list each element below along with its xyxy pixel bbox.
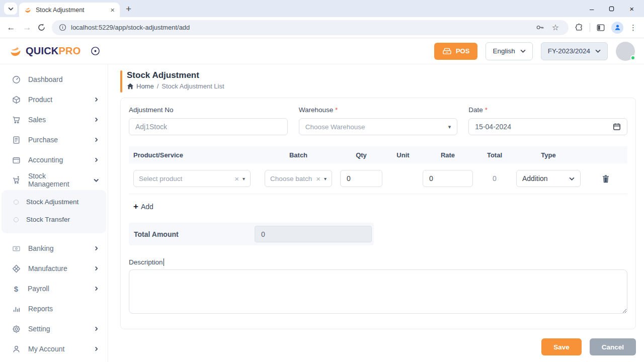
clear-icon[interactable]: × (316, 175, 320, 183)
clear-icon[interactable]: × (234, 175, 239, 183)
page-header: Stock Adjustment Home / Stock Adjustment… (120, 70, 636, 93)
date-label: Date * (468, 106, 627, 114)
adjustment-no-input[interactable] (129, 118, 288, 135)
chevron-down-icon (595, 49, 601, 53)
delete-trash-icon[interactable] (602, 174, 610, 183)
sidebar-item-stock-adjustment[interactable]: Stock Adjustment (2, 193, 106, 211)
password-key-icon[interactable] (535, 23, 545, 32)
brand-logo[interactable]: QUICKPRO (9, 44, 80, 58)
extensions-icon[interactable] (575, 23, 584, 32)
sidebar-item-product[interactable]: Product (0, 89, 108, 110)
text-caret (164, 258, 165, 266)
minimize-icon[interactable]: – (590, 5, 594, 13)
cancel-button[interactable]: Cancel (590, 338, 636, 355)
warehouse-select[interactable]: Choose Warehouse ▾ (299, 118, 458, 135)
chevron-right-icon (95, 98, 98, 102)
toolbar-divider (590, 23, 590, 32)
sidebar-item-payroll[interactable]: $ Payroll (0, 279, 108, 299)
reload-icon[interactable] (37, 23, 46, 32)
sidebar-item-banking[interactable]: Banking (0, 238, 108, 258)
description-field: Description (129, 258, 627, 316)
product-placeholder: Select product (139, 175, 182, 183)
sidebar-item-reports[interactable]: Reports (0, 299, 108, 319)
batch-placeholder: Choose batch (270, 175, 312, 183)
pos-button[interactable]: POS (434, 43, 477, 60)
type-select[interactable]: Addition (516, 170, 581, 187)
fiscal-year-select[interactable]: FY-2023/2024 (541, 42, 608, 60)
sidebar-item-my-account[interactable]: My Account (0, 339, 108, 359)
qty-input[interactable] (340, 170, 382, 187)
add-label: Add (141, 203, 153, 211)
total-amount-input (255, 226, 372, 242)
side-panel-icon[interactable] (596, 23, 605, 32)
breadcrumb-current: Stock Adjustment List (162, 82, 224, 90)
browser-tab[interactable]: Stock Adjustment × (19, 3, 120, 17)
home-icon (127, 83, 134, 89)
browser-tab-strip: Stock Adjustment × + – × (0, 0, 644, 17)
sidebar-item-purchase[interactable]: Purchase (0, 130, 108, 150)
sidebar-item-accounting[interactable]: Accounting (0, 150, 108, 170)
payroll-dollar-icon: $ (12, 285, 20, 293)
dropdown-arrow-icon: ▾ (243, 176, 245, 182)
sidebar-item-stock-transfer[interactable]: Stock Transfer (2, 211, 106, 228)
sidebar-item-dashboard[interactable]: Dashboard (0, 69, 108, 89)
browser-toolbar: ← → localhost:5229/app/stock-adjustment/… (0, 17, 644, 38)
calendar-icon[interactable] (613, 123, 621, 131)
date-field: Date * 15-04-2024 (468, 106, 627, 135)
total-amount-label: Total Amount (134, 230, 179, 238)
language-select[interactable]: English (486, 42, 532, 60)
sidebar-item-manufacture[interactable]: Manufacture (0, 258, 108, 279)
date-input[interactable]: 15-04-2024 (468, 118, 627, 135)
tab-close-icon[interactable]: × (110, 6, 115, 14)
browser-menu-icon[interactable]: ⋮ (629, 23, 637, 32)
page-title: Stock Adjustment (127, 70, 224, 80)
dropdown-arrow-icon: ▾ (324, 176, 327, 182)
sidebar-item-setting[interactable]: Setting (0, 319, 108, 339)
new-tab-button[interactable]: + (126, 4, 131, 14)
add-item-button[interactable]: + Add (129, 202, 627, 211)
save-button[interactable]: Save (541, 338, 582, 355)
chevron-down-icon (520, 49, 526, 53)
dropdown-arrow-icon: ▾ (448, 124, 451, 130)
row-total-value: 0 (476, 174, 513, 183)
my-account-person-icon (12, 345, 21, 353)
online-status-dot (630, 55, 635, 60)
description-textarea[interactable] (129, 269, 627, 314)
total-amount-row: Total Amount (129, 223, 374, 245)
chevron-down-icon (8, 7, 14, 11)
col-qty: Qty (336, 151, 386, 159)
sidebar-item-sales[interactable]: Sales (0, 110, 108, 130)
manufacture-gem-icon (12, 264, 21, 273)
chevron-right-icon (95, 266, 98, 271)
breadcrumb-home[interactable]: Home (127, 82, 154, 90)
window-controls: – × (584, 0, 640, 17)
profile-person-icon (614, 24, 621, 31)
product-box-icon (12, 96, 21, 104)
forward-icon: → (21, 23, 33, 33)
brand-logo-icon (9, 44, 23, 58)
batch-select[interactable]: Choose batch × ▾ (265, 170, 332, 187)
language-value: English (493, 47, 515, 55)
url-bar[interactable]: localhost:5229/app/stock-adjustment/add … (52, 20, 569, 35)
sidebar-toggle-icon[interactable] (91, 46, 100, 56)
tab-search-button[interactable] (4, 3, 17, 15)
close-window-icon[interactable]: × (629, 5, 634, 13)
bookmark-star-icon[interactable]: ☆ (549, 23, 561, 32)
col-batch: Batch (261, 151, 336, 159)
back-icon[interactable]: ← (5, 23, 17, 33)
required-asterisk: * (485, 106, 488, 114)
product-select[interactable]: Select product × ▾ (133, 170, 251, 187)
sidebar-item-stock-management[interactable]: Stock Management (0, 170, 108, 190)
user-avatar[interactable] (616, 42, 635, 61)
site-info-icon[interactable] (59, 24, 66, 31)
col-unit: Unit (386, 151, 420, 159)
browser-profile-avatar[interactable] (611, 22, 623, 34)
chevron-right-icon (95, 138, 98, 142)
dashboard-icon (12, 75, 21, 84)
rate-input[interactable] (423, 170, 473, 187)
restore-icon[interactable] (609, 6, 614, 12)
url-text[interactable]: localhost:5229/app/stock-adjustment/add (71, 24, 531, 31)
warehouse-placeholder: Choose Warehouse (305, 123, 365, 131)
radio-circle-icon (14, 217, 19, 222)
fiscal-year-value: FY-2023/2024 (548, 47, 590, 55)
